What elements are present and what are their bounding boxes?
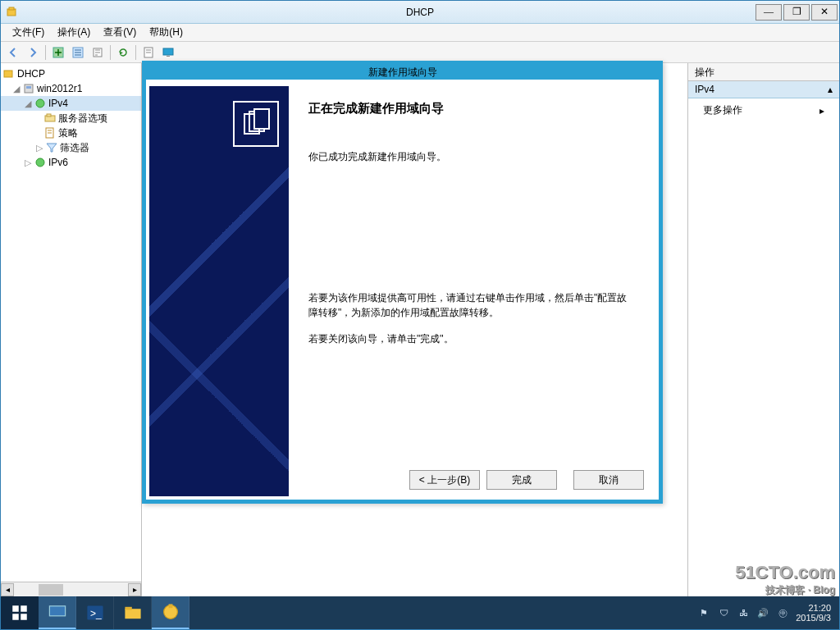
wizard-text-2: 若要为该作用域提供高可用性，请通过右键单击作用域，然后单击"配置故障转移"，为新… <box>308 290 636 320</box>
dhcp-icon <box>2 67 16 80</box>
tree-label: win2012r1 <box>37 83 82 94</box>
tree-server-options[interactable]: 服务器选项 <box>1 111 141 126</box>
wizard-graphic-icon <box>233 101 279 147</box>
taskbar[interactable]: >_ ⚑ 🛡 🖧 🔊 ㊥ 21:20 2015/9/3 <box>1 596 839 629</box>
collapse-icon[interactable]: ◢ <box>11 84 22 94</box>
options-icon <box>43 112 57 125</box>
tree-ipv6[interactable]: ▷ IPv6 <box>1 155 141 170</box>
menu-help[interactable]: 帮助(H) <box>143 24 189 41</box>
main-window: DHCP — ❐ ✕ 文件(F) 操作(A) 查看(V) 帮助(H) DH <box>0 0 840 630</box>
export-button[interactable] <box>89 43 107 62</box>
menu-file[interactable]: 文件(F) <box>6 24 51 41</box>
tree-label: IPv6 <box>48 157 68 168</box>
actions-header: 操作 <box>688 63 839 81</box>
taskbar-explorer[interactable] <box>114 596 152 629</box>
tree-policies[interactable]: 策略 <box>1 126 141 140</box>
svg-rect-29 <box>21 605 27 612</box>
wizard-heading: 正在完成新建作用域向导 <box>308 101 636 116</box>
wizard-sidebar <box>149 86 289 496</box>
actions-pane: 操作 IPv4 ▴ 更多操作 ▸ <box>687 63 839 596</box>
tree-filters[interactable]: ▷ 筛选器 <box>1 140 141 155</box>
svg-rect-31 <box>21 614 27 620</box>
menu-view[interactable]: 查看(V) <box>97 24 143 41</box>
actions-more[interactable]: 更多操作 ▸ <box>688 98 839 122</box>
svg-rect-17 <box>26 86 31 89</box>
time-label: 21:20 <box>796 603 831 613</box>
svg-rect-33 <box>49 617 65 619</box>
tree-pane: DHCP ◢ win2012r1 ◢ IPv4 服务器选项 <box>1 63 142 596</box>
close-button[interactable]: ✕ <box>811 4 838 21</box>
cancel-button[interactable]: 取消 <box>573 470 644 490</box>
shield-icon[interactable]: 🛡 <box>717 606 730 619</box>
policies-icon <box>43 126 57 139</box>
sound-icon[interactable]: 🔊 <box>756 606 769 619</box>
minimize-button[interactable]: — <box>756 4 782 21</box>
dialog-title[interactable]: 新建作用域向导 <box>143 62 662 80</box>
start-button[interactable] <box>1 596 39 629</box>
new-scope-wizard-dialog: 新建作用域向导 正在完成新建作 <box>142 61 663 504</box>
server-icon <box>22 82 35 95</box>
actions-item-label: 更多操作 <box>703 103 742 117</box>
titlebar[interactable]: DHCP — ❐ ✕ <box>1 1 839 24</box>
body-area: DHCP ◢ win2012r1 ◢ IPv4 服务器选项 <box>1 63 839 596</box>
clock[interactable]: 21:20 2015/9/3 <box>796 603 831 623</box>
details-button[interactable] <box>69 43 87 62</box>
taskbar-server-manager[interactable] <box>39 596 76 629</box>
expand-icon[interactable]: ▷ <box>22 158 34 168</box>
svg-point-24 <box>36 158 44 167</box>
ime-icon[interactable]: ㊥ <box>776 606 789 619</box>
expand-icon[interactable]: ▷ <box>34 143 45 153</box>
center-pane: 新建作用域向导 正在完成新建作 <box>142 63 687 596</box>
actions-section-ipv4[interactable]: IPv4 ▴ <box>688 81 839 98</box>
ipv4-icon <box>34 97 47 110</box>
forward-button[interactable] <box>24 43 42 62</box>
svg-point-18 <box>36 99 44 107</box>
collapse-icon[interactable]: ◢ <box>22 98 34 109</box>
finish-button[interactable]: 完成 <box>486 470 557 490</box>
window-title: DHCP <box>406 7 434 18</box>
scroll-track[interactable] <box>14 584 128 596</box>
network-icon[interactable]: 🖧 <box>737 606 750 619</box>
filters-icon <box>45 141 58 154</box>
maximize-button[interactable]: ❐ <box>783 4 810 21</box>
tree-ipv4[interactable]: ◢ IPv4 <box>1 96 141 111</box>
wizard-text-1: 你已成功完成新建作用域向导。 <box>308 149 636 164</box>
tree[interactable]: DHCP ◢ win2012r1 ◢ IPv4 服务器选项 <box>1 63 141 582</box>
svg-rect-37 <box>125 607 131 610</box>
svg-rect-32 <box>49 606 65 616</box>
chevron-up-icon: ▴ <box>828 84 833 95</box>
system-tray[interactable]: ⚑ 🛡 🖧 🔊 ㊥ 21:20 2015/9/3 <box>689 603 839 623</box>
properties-button[interactable] <box>139 43 158 62</box>
back-button[interactable] <box>4 43 22 62</box>
svg-rect-36 <box>125 609 140 619</box>
actions-section-label: IPv4 <box>695 84 714 95</box>
svg-rect-28 <box>12 605 19 612</box>
scroll-left-icon[interactable]: ◂ <box>1 583 14 596</box>
tree-label: 筛选器 <box>60 141 89 155</box>
scroll-thumb[interactable] <box>39 584 63 596</box>
svg-rect-15 <box>4 71 12 77</box>
taskbar-dhcp[interactable] <box>152 596 189 629</box>
app-icon <box>6 6 19 19</box>
menubar: 文件(F) 操作(A) 查看(V) 帮助(H) <box>1 24 839 42</box>
add-button[interactable] <box>49 43 67 62</box>
svg-rect-39 <box>168 604 172 608</box>
taskbar-powershell[interactable]: >_ <box>76 596 114 629</box>
horizontal-scrollbar[interactable]: ◂ ▸ <box>1 582 141 596</box>
ipv6-icon <box>34 156 47 169</box>
wizard-text-3: 若要关闭该向导，请单击"完成"。 <box>308 331 636 346</box>
back-button[interactable]: < 上一步(B) <box>409 470 480 490</box>
svg-text:>_: >_ <box>90 608 102 619</box>
separator <box>110 45 111 60</box>
refresh-button[interactable] <box>114 43 132 62</box>
scroll-right-icon[interactable]: ▸ <box>128 583 141 596</box>
menu-action[interactable]: 操作(A) <box>51 24 97 41</box>
tree-server[interactable]: ◢ win2012r1 <box>1 81 141 96</box>
tree-label: DHCP <box>17 68 45 80</box>
date-label: 2015/9/3 <box>796 613 831 623</box>
separator <box>135 45 136 60</box>
chevron-right-icon: ▸ <box>819 105 824 116</box>
monitor-button[interactable] <box>159 43 177 62</box>
tree-root[interactable]: DHCP <box>1 66 141 81</box>
flag-icon[interactable]: ⚑ <box>697 606 710 619</box>
